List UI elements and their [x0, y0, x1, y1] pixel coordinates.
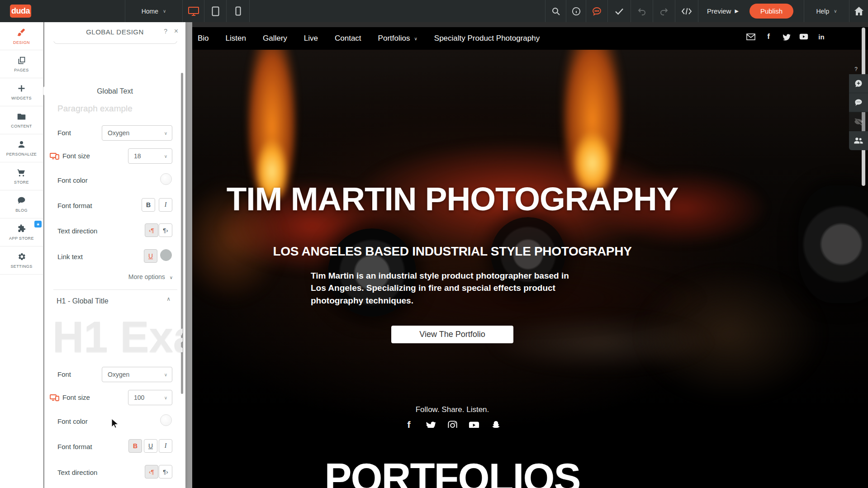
topbar: duda Home ∨	[0, 0, 868, 22]
approve-button[interactable]	[608, 0, 631, 22]
nav-item-contact[interactable]: Contact	[335, 34, 361, 43]
h1-italic-button[interactable]: I	[159, 439, 172, 453]
instagram-icon[interactable]	[447, 420, 458, 428]
sidebar-item-settings[interactable]: SETTINGS	[0, 246, 43, 275]
bold-button[interactable]: B	[142, 198, 155, 212]
collaborators-icon	[854, 137, 863, 145]
close-icon[interactable]: ×	[174, 27, 178, 35]
nav-item-gallery[interactable]: Gallery	[263, 34, 287, 43]
sidebar-item-pages[interactable]: PAGES	[0, 50, 43, 78]
view-portfolio-button[interactable]: View The Portfolio	[391, 326, 513, 343]
more-options-link[interactable]: More options ∨	[128, 273, 173, 280]
facebook-icon[interactable]: f	[403, 420, 414, 428]
h1-font-size-label: Font size	[50, 393, 90, 401]
twitter-icon[interactable]	[782, 32, 791, 41]
facebook-icon[interactable]: f	[764, 32, 773, 41]
paragraph-example-preview: Paragraph example	[57, 104, 133, 114]
paragraph-rtl-icon: ¶›	[163, 227, 168, 234]
youtube-icon[interactable]	[469, 420, 479, 428]
hero-social-row: f	[192, 420, 712, 428]
publish-button[interactable]: Publish	[749, 4, 793, 19]
text-direction-label: Text direction	[57, 227, 97, 235]
h1-bold-button[interactable]: B	[128, 439, 142, 453]
h1-text-direction-rtl-button[interactable]: ¶›	[159, 465, 172, 479]
desktop-view-button[interactable]	[183, 0, 204, 22]
search-button[interactable]	[545, 0, 566, 22]
chat-bubble-icon	[592, 7, 602, 16]
gear-icon	[17, 252, 26, 261]
help-dropdown[interactable]: Help ∨	[804, 0, 849, 22]
nav-item-bio[interactable]: Bio	[198, 34, 209, 43]
h1-font-size-select[interactable]: 100 ∨	[128, 390, 172, 405]
panel-help-button[interactable]: ?	[164, 28, 167, 35]
dev-mode-button[interactable]	[675, 0, 698, 22]
close-icon[interactable]: ×	[862, 66, 865, 74]
nav-item-listen[interactable]: Listen	[226, 34, 246, 43]
italic-button[interactable]: I	[159, 198, 172, 212]
underline-link-button[interactable]: U	[144, 249, 157, 263]
add-comment-button[interactable]	[849, 74, 868, 93]
person-icon	[17, 140, 26, 149]
duda-logo[interactable]: duda	[10, 5, 31, 18]
linkedin-icon[interactable]: in	[817, 32, 826, 41]
sidebar-item-content[interactable]: CONTENT	[0, 106, 43, 134]
chevron-down-icon: ∨	[164, 131, 167, 136]
sidebar-item-label: CONTENT	[11, 124, 32, 128]
sidebar-item-widgets[interactable]: WIDGETS	[0, 78, 43, 106]
link-color-swatch[interactable]	[160, 249, 172, 261]
feedback-chat-button[interactable]	[586, 0, 607, 22]
chevron-down-icon: ∨	[164, 395, 167, 400]
sidebar-item-label: PERSONALIZE	[6, 152, 37, 156]
h1-font-select[interactable]: Oxygen ∨	[102, 367, 172, 382]
nav-item-live[interactable]: Live	[304, 34, 318, 43]
site-subtitle: LOS ANGELES BASED INDUSTRIAL STYLE PHOTO…	[192, 244, 712, 259]
youtube-icon[interactable]	[799, 32, 808, 41]
global-design-panel: GLOBAL DESIGN ? × global style set below…	[44, 22, 185, 488]
comments-button[interactable]	[849, 93, 868, 112]
font-label: Font	[57, 129, 71, 137]
chevron-up-icon[interactable]: ∧	[166, 296, 171, 302]
h1-underline-button[interactable]: U	[144, 439, 157, 453]
desktop-icon	[188, 6, 199, 16]
text-direction-ltr-button[interactable]: ‹¶	[145, 223, 158, 237]
link-text-label: Link text	[57, 253, 83, 261]
sidebar-item-label: DESIGN	[13, 40, 30, 45]
redo-button[interactable]	[653, 0, 674, 22]
h1-font-color-swatch[interactable]	[160, 414, 172, 426]
sidebar-item-app-store[interactable]: ★ APP STORE	[0, 218, 43, 246]
hide-comments-icon	[854, 117, 863, 126]
text-direction-rtl-button[interactable]: ¶›	[159, 223, 172, 237]
editor-stage: duda Home ∨	[0, 0, 868, 488]
preview-button[interactable]: Preview ▶	[700, 0, 745, 22]
h1-text-direction-ltr-button[interactable]: ‹¶	[145, 465, 158, 479]
h1-font-color-label: Font color	[57, 417, 88, 425]
checkmark-icon	[615, 8, 624, 15]
sidebar-item-design[interactable]: DESIGN	[0, 22, 43, 50]
nav-item-portfolios[interactable]: Portfolios∨	[378, 34, 417, 43]
page-dropdown[interactable]: Home ∨	[125, 0, 182, 22]
undo-button[interactable]	[631, 0, 652, 22]
font-color-swatch[interactable]	[160, 173, 172, 185]
hide-comments-button[interactable]	[849, 112, 868, 131]
sidebar-item-personalize[interactable]: PERSONALIZE	[0, 134, 43, 162]
toolbar-help-button[interactable]: ?	[854, 66, 858, 74]
font-size-select[interactable]: 18 ∨	[128, 148, 172, 164]
email-icon[interactable]	[746, 32, 755, 41]
sidebar-item-blog[interactable]: BLOG	[0, 190, 43, 218]
nav-item-specialty[interactable]: Specialty Product Photography	[434, 34, 540, 43]
tablet-view-button[interactable]	[204, 0, 226, 22]
font-select-value: Oxygen	[108, 129, 129, 137]
site-nav: Bio Listen Gallery Live Contact Portfoli…	[198, 27, 540, 50]
portfolios-section: PORTFOLIOS	[192, 428, 868, 488]
h1-font-select-value: Oxygen	[108, 371, 129, 378]
sidebar-item-store[interactable]: STORE	[0, 162, 43, 190]
twitter-icon[interactable]	[425, 420, 436, 428]
info-button[interactable]	[566, 0, 586, 22]
dashboard-home-button[interactable]	[849, 0, 868, 22]
font-select[interactable]: Oxygen ∨	[102, 125, 172, 141]
mobile-view-button[interactable]	[227, 0, 249, 22]
snapchat-icon[interactable]	[490, 420, 501, 428]
play-icon: ▶	[735, 8, 738, 14]
collaborators-button[interactable]	[849, 131, 868, 150]
h1-section-heading: H1 - Global Title	[57, 297, 109, 305]
